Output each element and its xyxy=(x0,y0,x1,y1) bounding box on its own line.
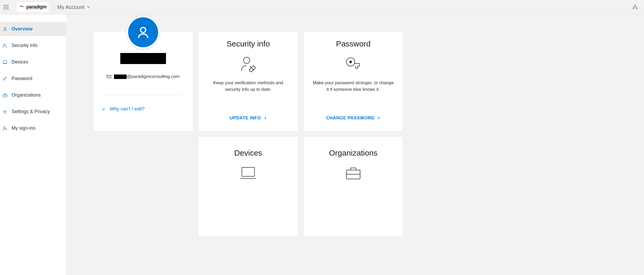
sidebar-item-my-signins[interactable]: My sign-ins xyxy=(0,121,66,135)
briefcase-icon xyxy=(344,164,363,183)
mail-icon xyxy=(107,75,111,78)
key-icon xyxy=(344,55,363,73)
svg-point-4 xyxy=(6,7,6,7)
svg-rect-11 xyxy=(636,8,637,9)
card-title: Security info xyxy=(226,39,270,48)
user-name-redacted xyxy=(120,53,166,64)
paradigm-swoosh-icon xyxy=(19,5,25,9)
chevron-right-icon xyxy=(264,117,267,120)
card-title: Password xyxy=(336,39,371,48)
email-domain: @paradigmconsulting.com xyxy=(127,74,180,79)
devices-card: Devices xyxy=(198,137,298,237)
svg-point-23 xyxy=(349,61,352,63)
security-info-card: Security info Keep your verification met… xyxy=(198,31,298,131)
svg-point-0 xyxy=(4,5,4,6)
card-description: Make your password stronger, or change i… xyxy=(311,80,395,93)
card-description: Keep your verification methods and secur… xyxy=(206,80,290,93)
sign-in-icon xyxy=(2,125,8,131)
svg-rect-24 xyxy=(242,167,255,176)
svg-point-21 xyxy=(243,57,250,64)
sidebar-item-password[interactable]: Password xyxy=(0,71,66,86)
sidebar-item-label: Security info xyxy=(12,43,38,48)
sidebar: Overview Security info Devices xyxy=(0,14,66,275)
chevron-down-icon xyxy=(87,6,90,9)
svg-point-12 xyxy=(4,27,6,29)
svg-point-5 xyxy=(7,7,8,7)
chevron-right-icon xyxy=(377,117,380,120)
main-content: @paradigmconsulting.com Why can't I edit… xyxy=(66,14,644,275)
sidebar-item-label: Password xyxy=(12,76,32,81)
svg-point-13 xyxy=(3,44,5,46)
svg-point-19 xyxy=(141,28,146,33)
svg-point-3 xyxy=(4,7,4,7)
why-edit-label: Why can't I edit? xyxy=(110,106,145,112)
person-icon xyxy=(136,25,150,39)
avatar xyxy=(127,16,160,49)
svg-point-18 xyxy=(3,126,5,128)
sidebar-item-overview[interactable]: Overview xyxy=(0,22,66,36)
page-title: My Account xyxy=(57,4,84,10)
svg-point-1 xyxy=(6,5,6,6)
user-email: @paradigmconsulting.com xyxy=(107,74,180,79)
svg-point-7 xyxy=(6,8,6,9)
sidebar-item-label: Overview xyxy=(12,26,33,32)
card-title: Devices xyxy=(234,149,262,157)
person-icon xyxy=(2,26,8,32)
gear-icon xyxy=(2,109,8,115)
sidebar-item-label: Devices xyxy=(12,59,28,65)
top-bar: paradigm CONSULTING GROUP My Account xyxy=(0,0,644,14)
sidebar-item-organizations[interactable]: Organizations xyxy=(0,88,66,102)
svg-rect-9 xyxy=(635,5,635,6)
security-info-icon xyxy=(2,43,8,49)
change-password-link[interactable]: CHANGE PASSWORD xyxy=(326,115,381,121)
key-icon xyxy=(2,76,8,82)
divider xyxy=(105,95,181,95)
email-text: @paradigmconsulting.com xyxy=(114,74,180,79)
brand-logo[interactable]: paradigm CONSULTING GROUP xyxy=(17,2,49,12)
waffle-icon xyxy=(3,4,9,10)
email-user-redacted xyxy=(114,75,127,79)
brand-subtitle: CONSULTING GROUP xyxy=(26,9,46,10)
svg-point-17 xyxy=(4,111,6,112)
briefcase-icon xyxy=(2,92,8,98)
sidebar-item-devices[interactable]: Devices xyxy=(0,55,66,69)
svg-rect-14 xyxy=(3,61,7,63)
action-label: CHANGE PASSWORD xyxy=(326,115,375,121)
sidebar-item-label: My sign-ins xyxy=(12,125,35,131)
sidebar-item-label: Organizations xyxy=(12,92,41,98)
svg-point-6 xyxy=(4,8,4,9)
svg-rect-16 xyxy=(3,94,7,97)
action-label: UPDATE INFO xyxy=(230,115,261,121)
chevron-down-icon xyxy=(101,107,106,111)
sidebar-item-security-info[interactable]: Security info xyxy=(0,38,66,53)
security-info-icon xyxy=(239,55,258,73)
svg-rect-20 xyxy=(107,75,111,78)
why-cant-i-edit-link[interactable]: Why can't I edit? xyxy=(100,106,145,112)
org-tree-icon xyxy=(632,4,638,10)
card-title: Organizations xyxy=(329,149,377,157)
sidebar-item-label: Settings & Privacy xyxy=(12,109,50,114)
update-info-link[interactable]: UPDATE INFO xyxy=(230,115,267,121)
app-launcher-button[interactable] xyxy=(2,3,11,12)
divider xyxy=(53,3,54,11)
svg-point-15 xyxy=(3,78,5,80)
svg-point-8 xyxy=(7,8,8,9)
device-icon xyxy=(239,164,258,183)
svg-rect-10 xyxy=(633,8,634,9)
laptop-icon xyxy=(2,59,8,65)
profile-card: @paradigmconsulting.com Why can't I edit… xyxy=(93,31,193,131)
sidebar-item-settings-privacy[interactable]: Settings & Privacy xyxy=(0,104,66,119)
password-card: Password Make your password stronger, or… xyxy=(303,31,403,131)
my-account-dropdown[interactable]: My Account xyxy=(57,4,90,10)
svg-point-2 xyxy=(7,5,8,6)
organizations-card: Organizations xyxy=(303,137,403,237)
org-tree-button[interactable] xyxy=(632,4,642,10)
